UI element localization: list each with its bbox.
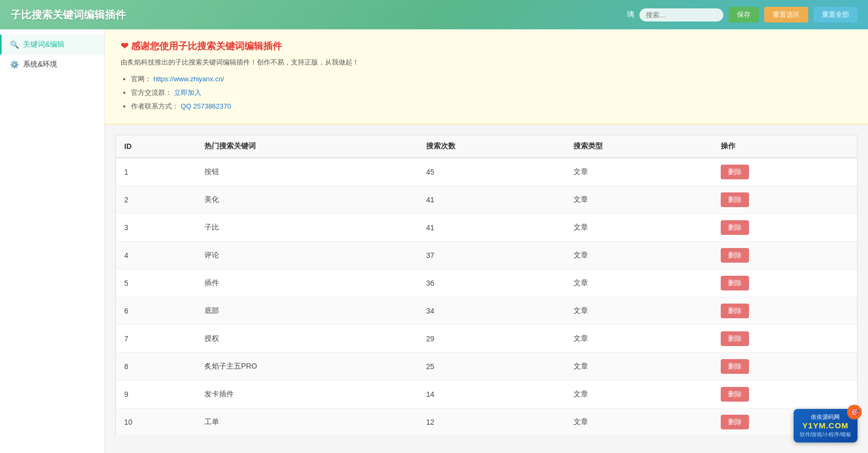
cell-id: 7	[116, 325, 197, 353]
delete-button[interactable]: 删除	[721, 359, 749, 374]
cell-keyword: 子比	[196, 214, 418, 242]
cell-type: 文章	[565, 158, 712, 186]
sidebar-item-keywords[interactable]: 🔍 关键词&编辑	[0, 35, 104, 55]
delete-button[interactable]: 删除	[721, 220, 749, 235]
table-row: 3 子比 41 文章 删除	[116, 214, 858, 242]
watermark: 🎯 依依源码网 Y1YM.COM 软件/游戏/小程序/模板	[794, 409, 858, 443]
table-row: 9 发卡插件 14 文章 删除	[116, 381, 858, 408]
welcome-link-official: 官网： https://www.zhiyanx.cn/	[131, 72, 852, 86]
cell-keyword: 炙焰子主五PRO	[196, 353, 418, 381]
cell-type: 文章	[565, 325, 712, 353]
cell-count: 12	[418, 408, 565, 436]
cell-action: 删除	[712, 158, 857, 186]
cell-count: 36	[418, 269, 565, 297]
delete-button[interactable]: 删除	[721, 165, 749, 179]
save-button[interactable]: 保存	[729, 7, 759, 23]
cell-count: 41	[418, 186, 565, 214]
gear-icon: ⚙️	[10, 60, 19, 69]
contact-label: 作者联系方式：	[131, 102, 179, 110]
table-row: 6 底部 34 文章 删除	[116, 297, 858, 325]
delete-button[interactable]: 删除	[721, 192, 749, 207]
table-row: 8 炙焰子主五PRO 25 文章 删除	[116, 353, 858, 381]
cell-keyword: 底部	[196, 297, 418, 325]
cell-type: 文章	[565, 269, 712, 297]
cell-type: 文章	[565, 186, 712, 214]
table-row: 7 授权 29 文章 删除	[116, 325, 858, 353]
table-row: 2 美化 41 文章 删除	[116, 186, 858, 214]
table-row: 10 工单 12 文章 删除	[116, 408, 858, 436]
welcome-title: ❤ 感谢您使用子比搜索关键词编辑插件	[121, 40, 852, 52]
table-row: 5 插件 36 文章 删除	[116, 269, 858, 297]
official-label: 官网：	[131, 75, 151, 83]
cell-count: 14	[418, 381, 565, 408]
col-count: 搜索次数	[418, 135, 565, 158]
table-row: 1 按钮 45 文章 删除	[116, 158, 858, 186]
delete-button[interactable]: 删除	[721, 248, 749, 263]
reset-selection-button[interactable]: 重置选区	[764, 7, 808, 23]
watermark-icon: 🎯	[847, 405, 862, 419]
cell-id: 6	[116, 297, 197, 325]
watermark-desc: 软件/游戏/小程序/模板	[800, 431, 851, 438]
col-type: 搜索类型	[565, 135, 712, 158]
delete-button[interactable]: 删除	[721, 276, 749, 290]
cell-action: 删除	[712, 297, 857, 325]
reset-all-button[interactable]: 重置全部	[813, 7, 858, 23]
cell-keyword: 授权	[196, 325, 418, 353]
cell-count: 25	[418, 353, 565, 381]
cell-id: 4	[116, 242, 197, 269]
cell-id: 2	[116, 186, 197, 214]
cell-id: 10	[116, 408, 197, 436]
cell-action: 删除	[712, 325, 857, 353]
main-layout: 🔍 关键词&编辑 ⚙️ 系统&环境 ❤ 感谢您使用子比搜索关键词编辑插件 由炙焰…	[0, 29, 868, 453]
cell-type: 文章	[565, 242, 712, 269]
sidebar-item-keywords-label: 关键词&编辑	[23, 40, 64, 49]
sidebar-item-system[interactable]: ⚙️ 系统&环境	[0, 55, 104, 74]
cell-type: 文章	[565, 297, 712, 325]
watermark-title: 依依源码网	[800, 413, 851, 421]
cell-type: 文章	[565, 381, 712, 408]
col-action: 操作	[712, 135, 857, 158]
welcome-banner: ❤ 感谢您使用子比搜索关键词编辑插件 由炙焰科技推出的子比搜索关键词编辑插件！创…	[105, 29, 868, 124]
cell-keyword: 按钮	[196, 158, 418, 186]
cell-action: 删除	[712, 381, 857, 408]
welcome-link-contact: 作者联系方式： QQ 2573862370	[131, 100, 852, 113]
keywords-table: ID 热门搜索关键词 搜索次数 搜索类型 操作 1 按钮 45 文章 删除 2 …	[115, 135, 858, 436]
cell-id: 5	[116, 269, 197, 297]
group-join-link[interactable]: 立即加入	[174, 89, 201, 96]
main-content: ❤ 感谢您使用子比搜索关键词编辑插件 由炙焰科技推出的子比搜索关键词编辑插件！创…	[105, 29, 868, 453]
delete-button[interactable]: 删除	[721, 304, 749, 318]
cell-id: 9	[116, 381, 197, 408]
sidebar-item-system-label: 系统&环境	[23, 60, 57, 69]
contact-qq-link[interactable]: QQ 2573862370	[181, 102, 231, 110]
cell-action: 删除	[712, 214, 857, 242]
delete-button[interactable]: 删除	[721, 331, 749, 346]
welcome-links: 官网： https://www.zhiyanx.cn/ 官方交流群： 立即加入 …	[121, 72, 852, 113]
search-input[interactable]	[639, 8, 723, 21]
cell-action: 删除	[712, 269, 857, 297]
cell-count: 41	[418, 214, 565, 242]
header: 子比搜索关键词编辑插件 璃 保存 重置选区 重置全部	[0, 0, 868, 29]
cell-keyword: 插件	[196, 269, 418, 297]
table-header: ID 热门搜索关键词 搜索次数 搜索类型 操作	[116, 135, 858, 158]
table-row: 4 评论 37 文章 删除	[116, 242, 858, 269]
official-url[interactable]: https://www.zhiyanx.cn/	[154, 75, 224, 83]
app-title: 子比搜索关键词编辑插件	[10, 8, 126, 22]
welcome-desc: 由炙焰科技推出的子比搜索关键词编辑插件！创作不易，支持正版，从我做起！	[121, 58, 852, 67]
cell-type: 文章	[565, 408, 712, 436]
cell-count: 34	[418, 297, 565, 325]
cell-type: 文章	[565, 214, 712, 242]
cell-type: 文章	[565, 353, 712, 381]
cell-action: 删除	[712, 186, 857, 214]
cell-id: 1	[116, 158, 197, 186]
cell-keyword: 评论	[196, 242, 418, 269]
cell-count: 37	[418, 242, 565, 269]
table-body: 1 按钮 45 文章 删除 2 美化 41 文章 删除 3 子比 41 文章 删…	[116, 158, 858, 436]
cell-action: 删除	[712, 353, 857, 381]
cell-keyword: 发卡插件	[196, 381, 418, 408]
sidebar: 🔍 关键词&编辑 ⚙️ 系统&环境	[0, 29, 105, 453]
delete-button[interactable]: 删除	[721, 415, 749, 429]
cell-keyword: 工单	[196, 408, 418, 436]
cell-count: 29	[418, 325, 565, 353]
delete-button[interactable]: 删除	[721, 387, 749, 402]
cell-id: 3	[116, 214, 197, 242]
